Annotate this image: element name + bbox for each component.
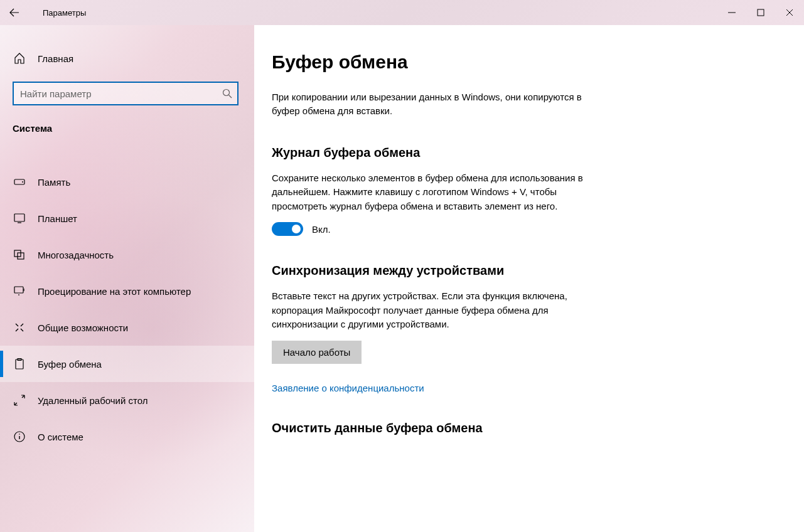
sidebar-item-shared[interactable]: Общие возможности [0, 309, 254, 346]
sidebar-item-label: Память [38, 177, 70, 188]
maximize-button[interactable] [746, 0, 775, 25]
sidebar-item-label: Многозадачность [38, 250, 114, 260]
search-wrap [0, 82, 254, 114]
sidebar-home-label: Главная [38, 53, 73, 64]
sidebar-item-label: О системе [38, 432, 83, 442]
search-icon [222, 88, 232, 98]
toggle-knob [292, 225, 301, 233]
svg-rect-4 [14, 214, 24, 221]
info-icon [13, 431, 26, 442]
sidebar-item-storage[interactable]: Память [0, 164, 254, 200]
maximize-icon [757, 9, 764, 16]
sidebar-item-label: Планшет [38, 213, 77, 224]
clipboard-history-toggle[interactable] [272, 222, 303, 236]
search-box[interactable] [13, 82, 239, 105]
close-button[interactable] [775, 0, 804, 25]
titlebar-left: Параметры [0, 0, 86, 25]
multitasking-icon [13, 250, 26, 260]
svg-point-1 [223, 90, 230, 96]
minimize-icon [728, 9, 736, 16]
svg-point-11 [19, 434, 20, 435]
storage-icon [13, 178, 26, 186]
sidebar-home[interactable]: Главная [0, 44, 254, 73]
remote-desktop-icon [13, 395, 26, 406]
window-title: Параметры [43, 8, 86, 18]
section3-title: Очистить данные буфера обмена [272, 421, 779, 435]
content-area: Буфер обмена При копировании или вырезан… [254, 25, 804, 532]
tablet-icon [13, 213, 26, 223]
back-button[interactable] [0, 0, 29, 25]
clipboard-history-toggle-row: Вкл. [272, 222, 779, 236]
sidebar-item-about[interactable]: О системе [0, 418, 254, 455]
sidebar-item-label: Удаленный рабочий стол [38, 395, 147, 406]
arrow-left-icon [9, 8, 19, 18]
shared-icon [13, 322, 26, 333]
clipboard-icon [13, 358, 26, 370]
sidebar-item-label: Проецирование на этот компьютер [38, 286, 191, 297]
sidebar-item-multitasking[interactable]: Многозадачность [0, 237, 254, 273]
page-intro: При копировании или вырезании данных в W… [272, 90, 611, 118]
svg-point-3 [22, 181, 23, 183]
home-icon [13, 53, 26, 64]
title-bar: Параметры [0, 0, 804, 25]
privacy-link[interactable]: Заявление о конфиденциальности [272, 383, 424, 393]
svg-rect-8 [16, 359, 23, 369]
section1-title: Журнал буфера обмена [272, 146, 779, 160]
sidebar-category: Система [0, 114, 254, 142]
section2-desc: Вставьте текст на других устройствах. Ес… [272, 289, 611, 332]
sidebar-item-clipboard[interactable]: Буфер обмена [0, 346, 254, 382]
svg-rect-0 [758, 9, 764, 16]
get-started-button[interactable]: Начало работы [272, 341, 362, 364]
sidebar-item-remote-desktop[interactable]: Удаленный рабочий стол [0, 382, 254, 418]
close-icon [786, 9, 793, 16]
svg-rect-7 [14, 287, 23, 293]
sidebar: Главная Система Память Планшет [0, 25, 254, 532]
search-input[interactable] [20, 88, 222, 99]
projecting-icon [13, 286, 26, 296]
sidebar-item-tablet[interactable]: Планшет [0, 200, 254, 237]
section1-desc: Сохраните несколько элементов в буфер об… [272, 171, 611, 214]
minimize-button[interactable] [717, 0, 746, 25]
sidebar-item-projecting[interactable]: Проецирование на этот компьютер [0, 273, 254, 309]
sidebar-nav: Память Планшет Многозадачность Проециров… [0, 164, 254, 455]
window-controls [717, 0, 804, 25]
page-title: Буфер обмена [272, 51, 779, 73]
sidebar-item-label: Общие возможности [38, 322, 128, 333]
main-container: Главная Система Память Планшет [0, 25, 804, 532]
toggle-label: Вкл. [312, 224, 331, 235]
section2-title: Синхронизация между устройствами [272, 263, 779, 278]
sidebar-item-label: Буфер обмена [38, 359, 102, 370]
